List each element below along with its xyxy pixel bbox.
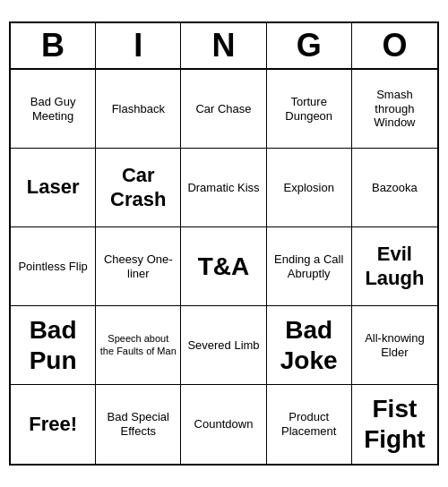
bingo-cell: Car Crash: [96, 149, 181, 227]
bingo-cell: Cheesy One-liner: [96, 227, 181, 306]
bingo-cell: Bad Joke: [267, 306, 352, 385]
bingo-cell: All-knowing Elder: [352, 306, 437, 385]
bingo-header-letter: O: [352, 23, 437, 68]
bingo-cell: Evil Laugh: [352, 227, 437, 306]
bingo-cell: T&A: [181, 227, 266, 306]
bingo-header: BINGO: [11, 23, 437, 70]
bingo-cell: Bad Guy Meeting: [11, 70, 96, 149]
bingo-header-letter: N: [181, 23, 266, 68]
bingo-cell: Bazooka: [352, 149, 437, 227]
bingo-cell: Dramatic Kiss: [181, 149, 266, 227]
bingo-cell: Ending a Call Abruptly: [267, 227, 352, 306]
bingo-cell: Bad Special Effects: [96, 385, 181, 464]
bingo-cell: Bad Pun: [11, 306, 96, 385]
bingo-cell: Fist Fight: [352, 385, 437, 464]
bingo-header-letter: B: [11, 23, 96, 68]
bingo-header-letter: G: [267, 23, 352, 68]
bingo-cell: Car Chase: [181, 70, 266, 149]
bingo-cell: Pointless Flip: [11, 227, 96, 306]
bingo-cell: Flashback: [96, 70, 181, 149]
bingo-cell: Explosion: [267, 149, 352, 227]
bingo-cell: Laser: [11, 149, 96, 227]
bingo-cell: Smash through Window: [352, 70, 437, 149]
bingo-cell: Countdown: [181, 385, 266, 464]
bingo-grid: Bad Guy MeetingFlashbackCar ChaseTorture…: [11, 70, 437, 464]
bingo-cell: Free!: [11, 385, 96, 464]
bingo-header-letter: I: [96, 23, 181, 68]
bingo-cell: Torture Dungeon: [267, 70, 352, 149]
bingo-cell: Product Placement: [267, 385, 352, 464]
bingo-cell: Speech about the Faults of Man: [96, 306, 181, 385]
bingo-card: BINGO Bad Guy MeetingFlashbackCar ChaseT…: [9, 21, 439, 466]
bingo-cell: Severed Limb: [181, 306, 266, 385]
